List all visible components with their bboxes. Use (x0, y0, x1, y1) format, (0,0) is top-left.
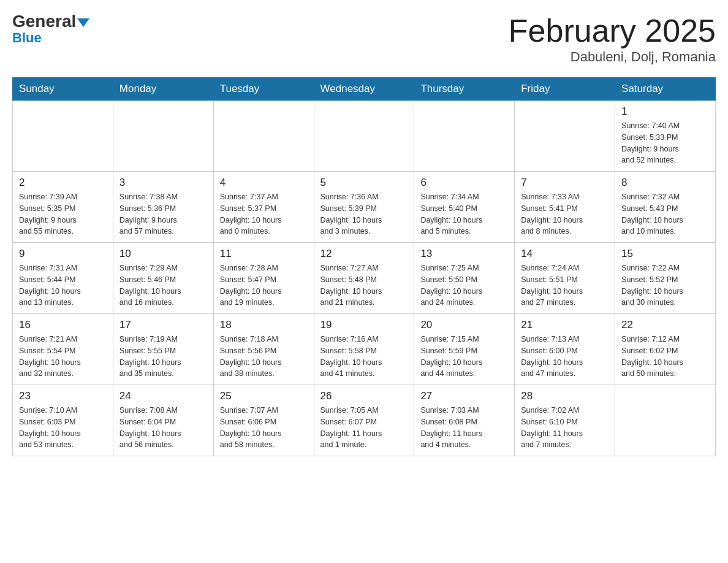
weekday-header-thursday: Thursday (414, 78, 515, 101)
day-number: 28 (521, 390, 609, 402)
calendar-cell (515, 101, 615, 172)
calendar-cell: 4Sunrise: 7:37 AM Sunset: 5:37 PM Daylig… (213, 172, 314, 243)
calendar-cell: 26Sunrise: 7:05 AM Sunset: 6:07 PM Dayli… (314, 385, 414, 456)
day-info: Sunrise: 7:02 AM Sunset: 6:10 PM Dayligh… (521, 405, 609, 451)
day-number: 2 (19, 177, 107, 189)
day-number: 27 (420, 390, 508, 402)
calendar-cell: 22Sunrise: 7:12 AM Sunset: 6:02 PM Dayli… (615, 314, 716, 385)
calendar-cell: 3Sunrise: 7:38 AM Sunset: 5:36 PM Daylig… (113, 172, 213, 243)
calendar-cell: 23Sunrise: 7:10 AM Sunset: 6:03 PM Dayli… (13, 385, 113, 456)
calendar-cell (13, 101, 113, 172)
weekday-header-tuesday: Tuesday (213, 78, 314, 101)
day-info: Sunrise: 7:12 AM Sunset: 6:02 PM Dayligh… (621, 334, 709, 380)
day-info: Sunrise: 7:40 AM Sunset: 5:33 PM Dayligh… (621, 120, 709, 166)
day-info: Sunrise: 7:13 AM Sunset: 6:00 PM Dayligh… (521, 334, 609, 380)
day-number: 7 (521, 177, 609, 189)
weekday-header-saturday: Saturday (615, 78, 716, 101)
logo-triangle-icon (77, 18, 89, 27)
day-info: Sunrise: 7:08 AM Sunset: 6:04 PM Dayligh… (119, 405, 207, 451)
day-info: Sunrise: 7:31 AM Sunset: 5:44 PM Dayligh… (19, 262, 107, 308)
day-info: Sunrise: 7:38 AM Sunset: 5:36 PM Dayligh… (119, 191, 207, 237)
logo: General Blue (12, 12, 89, 46)
day-number: 8 (621, 177, 709, 189)
calendar-cell: 13Sunrise: 7:25 AM Sunset: 5:50 PM Dayli… (414, 243, 515, 314)
calendar-cell (414, 101, 515, 172)
day-info: Sunrise: 7:03 AM Sunset: 6:08 PM Dayligh… (420, 405, 508, 451)
day-number: 26 (320, 390, 408, 402)
day-info: Sunrise: 7:19 AM Sunset: 5:55 PM Dayligh… (119, 334, 207, 380)
day-info: Sunrise: 7:21 AM Sunset: 5:54 PM Dayligh… (19, 334, 107, 380)
calendar-cell: 21Sunrise: 7:13 AM Sunset: 6:00 PM Dayli… (515, 314, 615, 385)
day-number: 4 (220, 177, 308, 189)
calendar-cell: 15Sunrise: 7:22 AM Sunset: 5:52 PM Dayli… (615, 243, 716, 314)
week-row-3: 9Sunrise: 7:31 AM Sunset: 5:44 PM Daylig… (13, 243, 716, 314)
calendar-cell: 27Sunrise: 7:03 AM Sunset: 6:08 PM Dayli… (414, 385, 515, 456)
calendar-cell: 8Sunrise: 7:32 AM Sunset: 5:43 PM Daylig… (615, 172, 716, 243)
logo-line1: General (12, 12, 89, 31)
calendar-cell: 6Sunrise: 7:34 AM Sunset: 5:40 PM Daylig… (414, 172, 515, 243)
calendar-cell: 16Sunrise: 7:21 AM Sunset: 5:54 PM Dayli… (13, 314, 113, 385)
day-info: Sunrise: 7:05 AM Sunset: 6:07 PM Dayligh… (320, 405, 408, 451)
day-number: 18 (220, 319, 308, 331)
day-number: 9 (19, 248, 107, 260)
day-number: 17 (119, 319, 207, 331)
weekday-header-row: SundayMondayTuesdayWednesdayThursdayFrid… (13, 78, 716, 101)
weekday-header-friday: Friday (515, 78, 615, 101)
day-number: 22 (621, 319, 709, 331)
calendar-cell: 10Sunrise: 7:29 AM Sunset: 5:46 PM Dayli… (113, 243, 213, 314)
calendar-cell: 18Sunrise: 7:18 AM Sunset: 5:56 PM Dayli… (213, 314, 314, 385)
day-number: 1 (621, 105, 709, 118)
calendar-cell (314, 101, 414, 172)
week-row-1: 1Sunrise: 7:40 AM Sunset: 5:33 PM Daylig… (13, 101, 716, 172)
weekday-header-monday: Monday (113, 78, 213, 101)
day-info: Sunrise: 7:10 AM Sunset: 6:03 PM Dayligh… (19, 405, 107, 451)
day-info: Sunrise: 7:24 AM Sunset: 5:51 PM Dayligh… (521, 262, 609, 308)
calendar-cell: 19Sunrise: 7:16 AM Sunset: 5:58 PM Dayli… (314, 314, 414, 385)
day-number: 23 (19, 390, 107, 402)
calendar-cell: 11Sunrise: 7:28 AM Sunset: 5:47 PM Dayli… (213, 243, 314, 314)
day-info: Sunrise: 7:22 AM Sunset: 5:52 PM Dayligh… (621, 262, 709, 308)
calendar-table: SundayMondayTuesdayWednesdayThursdayFrid… (12, 77, 716, 456)
calendar-cell: 25Sunrise: 7:07 AM Sunset: 6:06 PM Dayli… (213, 385, 314, 456)
weekday-header-wednesday: Wednesday (314, 78, 414, 101)
day-info: Sunrise: 7:32 AM Sunset: 5:43 PM Dayligh… (621, 191, 709, 237)
logo-line2: Blue (12, 30, 42, 46)
calendar-cell: 5Sunrise: 7:36 AM Sunset: 5:39 PM Daylig… (314, 172, 414, 243)
day-info: Sunrise: 7:34 AM Sunset: 5:40 PM Dayligh… (420, 191, 508, 237)
day-info: Sunrise: 7:37 AM Sunset: 5:37 PM Dayligh… (220, 191, 308, 237)
day-number: 15 (621, 248, 709, 260)
calendar-cell: 1Sunrise: 7:40 AM Sunset: 5:33 PM Daylig… (615, 101, 716, 172)
day-number: 6 (420, 177, 508, 189)
week-row-2: 2Sunrise: 7:39 AM Sunset: 5:35 PM Daylig… (13, 172, 716, 243)
day-info: Sunrise: 7:07 AM Sunset: 6:06 PM Dayligh… (220, 405, 308, 451)
calendar-cell: 24Sunrise: 7:08 AM Sunset: 6:04 PM Dayli… (113, 385, 213, 456)
location: Dabuleni, Dolj, Romania (509, 49, 716, 65)
week-row-5: 23Sunrise: 7:10 AM Sunset: 6:03 PM Dayli… (13, 385, 716, 456)
day-number: 25 (220, 390, 308, 402)
month-title: February 2025 (509, 12, 716, 49)
day-number: 11 (220, 248, 308, 260)
day-info: Sunrise: 7:18 AM Sunset: 5:56 PM Dayligh… (220, 334, 308, 380)
calendar-cell (113, 101, 213, 172)
day-number: 16 (19, 319, 107, 331)
title-block: February 2025 Dabuleni, Dolj, Romania (509, 12, 716, 65)
calendar-cell: 12Sunrise: 7:27 AM Sunset: 5:48 PM Dayli… (314, 243, 414, 314)
day-number: 13 (420, 248, 508, 260)
calendar-cell: 2Sunrise: 7:39 AM Sunset: 5:35 PM Daylig… (13, 172, 113, 243)
day-number: 3 (119, 177, 207, 189)
day-info: Sunrise: 7:39 AM Sunset: 5:35 PM Dayligh… (19, 191, 107, 237)
day-info: Sunrise: 7:27 AM Sunset: 5:48 PM Dayligh… (320, 262, 408, 308)
calendar-cell: 17Sunrise: 7:19 AM Sunset: 5:55 PM Dayli… (113, 314, 213, 385)
calendar-cell: 14Sunrise: 7:24 AM Sunset: 5:51 PM Dayli… (515, 243, 615, 314)
calendar-cell: 28Sunrise: 7:02 AM Sunset: 6:10 PM Dayli… (515, 385, 615, 456)
calendar-cell (615, 385, 716, 456)
day-info: Sunrise: 7:15 AM Sunset: 5:59 PM Dayligh… (420, 334, 508, 380)
day-number: 10 (119, 248, 207, 260)
calendar-cell: 7Sunrise: 7:33 AM Sunset: 5:41 PM Daylig… (515, 172, 615, 243)
day-number: 5 (320, 177, 408, 189)
day-info: Sunrise: 7:36 AM Sunset: 5:39 PM Dayligh… (320, 191, 408, 237)
calendar-cell: 20Sunrise: 7:15 AM Sunset: 5:59 PM Dayli… (414, 314, 515, 385)
day-number: 20 (420, 319, 508, 331)
day-number: 19 (320, 319, 408, 331)
weekday-header-sunday: Sunday (13, 78, 113, 101)
